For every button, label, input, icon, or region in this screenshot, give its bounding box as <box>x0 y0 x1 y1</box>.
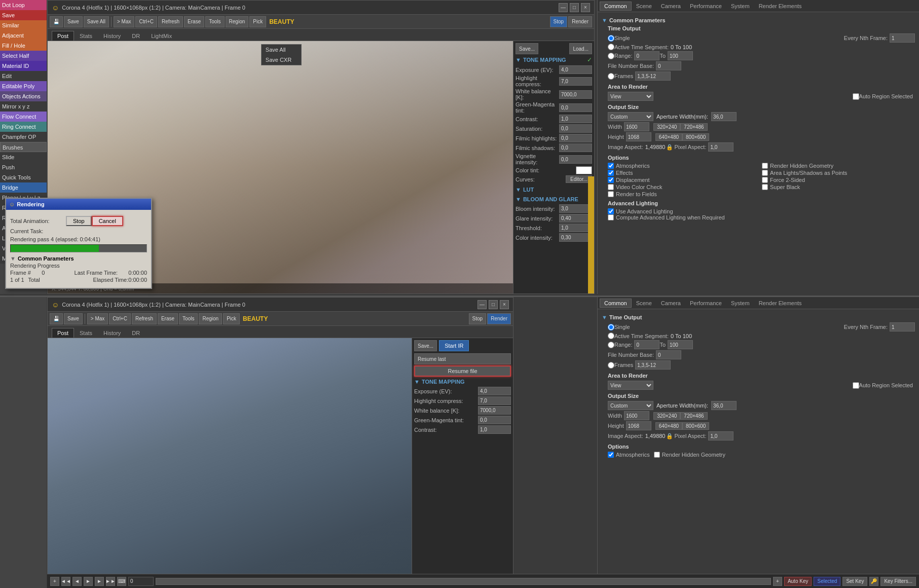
size-320-btn[interactable]: 320×240 <box>653 123 680 131</box>
bottom-tab-stats[interactable]: Stats <box>74 328 98 338</box>
every-nth-input[interactable] <box>890 33 915 43</box>
tone-filmic-hi-input[interactable] <box>559 134 592 142</box>
sidebar-item-objects-actions[interactable]: Objects Actions <box>0 91 47 101</box>
bottom-pick-btn[interactable]: Pick <box>223 313 240 324</box>
selected-btn[interactable]: Selected <box>814 577 840 586</box>
cancel-dialog-btn[interactable]: Cancel <box>92 216 123 226</box>
bottom-frames-input[interactable] <box>635 360 671 370</box>
timeline-next-frame-btn[interactable]: ►► <box>106 577 115 586</box>
bottom-rpanel-tab-performance[interactable]: Performance <box>685 299 726 308</box>
output-size-select[interactable]: Custom <box>608 112 653 121</box>
bottom-save-icon-btn[interactable]: 💾 <box>50 313 63 324</box>
tone-color-swatch[interactable] <box>576 166 592 174</box>
refresh-btn[interactable]: Refresh <box>158 16 183 27</box>
frames-radio[interactable] <box>608 73 614 80</box>
close-button[interactable]: × <box>581 3 590 12</box>
file-number-input[interactable] <box>656 61 681 70</box>
stop-btn[interactable]: Stop <box>550 16 568 27</box>
save-button-toolbar[interactable]: 💾 <box>50 16 63 27</box>
atmospherics-check[interactable] <box>608 163 614 169</box>
bottom-lock-icon[interactable]: 🔒 <box>666 433 673 439</box>
minimize-button[interactable]: — <box>559 3 568 12</box>
use-adv-lighting-check[interactable] <box>608 208 614 214</box>
auto-region-check[interactable] <box>853 93 859 100</box>
bottom-pixel-aspect-input[interactable] <box>708 431 733 440</box>
key-filters-btn[interactable]: Key Filters... <box>880 577 916 586</box>
pick-btn[interactable]: Pick <box>249 16 266 27</box>
timeline-plus-btn[interactable]: + <box>773 577 782 586</box>
rpanel-tab-system[interactable]: System <box>726 2 754 11</box>
video-color-check[interactable] <box>608 184 614 190</box>
pixel-aspect-input[interactable] <box>708 142 733 152</box>
load-tone-btn[interactable]: Load... <box>569 43 592 54</box>
range-end-input[interactable] <box>668 51 693 60</box>
render-fields-check[interactable] <box>608 191 614 197</box>
sidebar-item-adjacent[interactable]: Adjacent <box>0 30 47 41</box>
start-ir-btn[interactable]: Start IR <box>439 340 469 351</box>
save-label[interactable]: Save <box>64 16 83 27</box>
bottom-highlight-input[interactable] <box>478 396 511 405</box>
save-cxr-menu-item[interactable]: Save CXR <box>262 55 301 65</box>
bottom-erase-btn[interactable]: Erase <box>158 313 178 324</box>
bottom-close-btn[interactable]: × <box>500 300 509 309</box>
force-2sided-check[interactable] <box>762 177 768 183</box>
bottom-size-320-btn[interactable]: 320×240 <box>653 412 680 420</box>
tone-contrast-input[interactable] <box>559 115 592 123</box>
tab-stats-top[interactable]: Stats <box>74 31 98 41</box>
size-720-btn[interactable]: 720×486 <box>680 123 707 131</box>
bloom-threshold-input[interactable] <box>559 224 592 232</box>
sidebar-item-mirror[interactable]: Mirror x y z <box>0 101 47 112</box>
super-black-check[interactable] <box>762 184 768 190</box>
sidebar-item-select-half[interactable]: Select Half <box>0 51 47 61</box>
aperture-input[interactable] <box>711 112 737 121</box>
displacement-check[interactable] <box>608 177 614 183</box>
save-all-btn[interactable]: Save All <box>84 16 109 27</box>
bottom-max-btn[interactable]: > Max <box>87 313 108 324</box>
rpanel-tab-scene[interactable]: Scene <box>632 2 656 11</box>
timeline-key-btn[interactable]: ⌨ <box>117 577 126 586</box>
bottom-gm-input[interactable] <box>478 416 511 424</box>
bottom-minimize-btn[interactable]: — <box>477 300 487 309</box>
bottom-area-select[interactable]: View <box>608 381 653 390</box>
bottom-ctrl-c-btn[interactable]: Ctrl+C <box>109 313 131 324</box>
sidebar-item-brushes[interactable]: Brushes <box>0 142 47 152</box>
bottom-maximize-btn[interactable]: □ <box>489 300 498 309</box>
bottom-rpanel-tab-common[interactable]: Common <box>600 299 632 308</box>
size-640-btn[interactable]: 640×480 <box>655 133 682 141</box>
sidebar-item-bridge[interactable]: Bridge <box>0 182 47 193</box>
bottom-tab-post[interactable]: Post <box>52 328 74 338</box>
timeline-add-time-tag-btn[interactable]: + <box>50 577 59 586</box>
compute-adv-lighting-check[interactable] <box>608 214 614 220</box>
tone-enabled-check[interactable]: ✓ <box>587 56 592 63</box>
bottom-range-start[interactable] <box>634 340 659 349</box>
rpanel-tab-performance[interactable]: Performance <box>685 2 726 11</box>
bottom-render-hidden-check[interactable] <box>654 452 660 458</box>
maximize-button[interactable]: □ <box>570 3 579 12</box>
save-tone-btn[interactable]: Save... <box>516 43 538 54</box>
tone-wb-input[interactable] <box>559 90 592 99</box>
render-btn[interactable]: Render <box>568 16 592 27</box>
timeline-track[interactable] <box>156 578 771 585</box>
color-intensity-input[interactable] <box>559 233 592 242</box>
bottom-render-btn[interactable]: Render <box>487 313 511 324</box>
area-render-select[interactable]: View <box>608 92 653 101</box>
tone-saturation-input[interactable] <box>559 124 592 133</box>
height-input[interactable] <box>626 132 651 141</box>
bottom-contrast-input[interactable] <box>478 425 511 434</box>
bottom-rpanel-tab-scene[interactable]: Scene <box>632 299 656 308</box>
glare-intensity-input[interactable] <box>559 214 592 223</box>
tab-dr-top[interactable]: DR <box>126 31 145 41</box>
timeline-prev-frame-btn[interactable]: ◄◄ <box>61 577 70 586</box>
rpanel-tab-common[interactable]: Common <box>600 2 632 11</box>
size-800-btn[interactable]: 800×600 <box>682 133 709 141</box>
bottom-active-radio[interactable] <box>608 333 614 339</box>
bloom-intensity-input[interactable] <box>559 204 592 213</box>
bottom-size-720-btn[interactable]: 720×486 <box>680 412 707 420</box>
resume-last-btn[interactable]: Resume last <box>414 353 511 364</box>
sidebar-item-push[interactable]: Push <box>0 162 47 172</box>
bottom-rpanel-tab-system[interactable]: System <box>726 299 754 308</box>
region-btn[interactable]: Region <box>226 16 249 27</box>
tab-post-top[interactable]: Post <box>52 31 74 41</box>
sidebar-item-similar[interactable]: Similar <box>0 20 47 30</box>
bottom-file-num-input[interactable] <box>656 350 681 359</box>
